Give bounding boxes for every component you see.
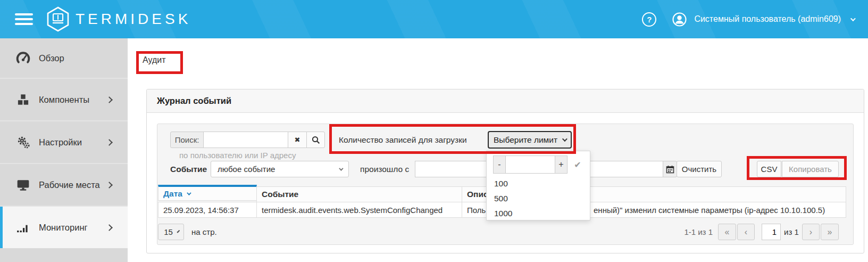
termidesk-logo-icon — [46, 6, 70, 32]
search-icon — [312, 136, 320, 144]
limit-value-input[interactable] — [506, 155, 555, 174]
panel-title: Журнал событий — [147, 89, 864, 113]
search-button[interactable] — [306, 132, 325, 148]
per-page-select[interactable]: 15 — [158, 224, 184, 240]
sidebar-item-workplaces[interactable]: Рабочие места — [0, 164, 128, 207]
sidebar-item-monitoring[interactable]: Мониторинг — [0, 207, 128, 248]
event-filter-label: Событие — [170, 161, 207, 177]
sidebar-item-label: Рабочие места — [39, 180, 100, 190]
records-limit-label: Количество записей для загрузки — [339, 132, 467, 148]
chevron-down-icon — [562, 136, 567, 142]
sidebar-item-label: Настройки — [39, 137, 82, 148]
per-page-suffix: на стр. — [191, 224, 217, 240]
sidebar-item-label: Мониторинг — [39, 223, 88, 233]
sidebar-item-overview[interactable]: Обзор — [0, 38, 128, 79]
sidebar-item-settings[interactable]: Настройки — [0, 121, 128, 164]
apply-check-icon[interactable]: ✔ — [570, 155, 586, 174]
column-header-date[interactable]: Дата — [158, 185, 257, 201]
limit-select-label: Выберите лимит — [494, 135, 557, 145]
table-row-date: 25.09.2023, 14:56:37 — [158, 202, 257, 218]
table-row-event: termidesk.audit.events.web.SystemConfigC… — [256, 202, 462, 218]
page-total-label: из 1 — [784, 224, 799, 240]
prev-page-button[interactable]: ‹ — [737, 224, 755, 240]
limit-option-1000[interactable]: 1000 — [487, 206, 590, 221]
column-header-event: Событие — [256, 186, 462, 202]
clear-x-icon: ✖ — [295, 136, 301, 144]
limit-option-500[interactable]: 500 — [487, 191, 590, 206]
calendar-icon — [666, 165, 674, 174]
next-page-button[interactable]: › — [802, 224, 820, 240]
chevron-right-icon — [106, 96, 113, 103]
per-page-value: 15 — [164, 227, 173, 236]
chevron-right-icon — [106, 139, 113, 146]
calendar-button[interactable] — [663, 161, 677, 177]
chevron-right-icon — [106, 182, 113, 189]
first-page-button[interactable]: « — [718, 224, 736, 240]
user-avatar-icon — [672, 12, 687, 27]
page-number-input[interactable] — [762, 224, 781, 240]
brand-name: TERMIDESK — [76, 0, 191, 38]
chevron-down-icon — [177, 230, 180, 233]
pagination-range: 1-1 из 1 — [667, 224, 713, 240]
last-page-button[interactable]: » — [821, 224, 839, 240]
description-fragment-start: Поль — [467, 206, 486, 215]
search-input[interactable] — [203, 132, 288, 148]
limit-dropdown: - + ✔ 100 500 1000 — [486, 151, 590, 220]
increment-button[interactable]: + — [555, 155, 567, 174]
limit-select-button[interactable]: Выберите лимит — [488, 131, 572, 149]
sidebar-item-label: Компоненты — [39, 95, 89, 105]
help-glyph: ? — [647, 15, 652, 24]
description-fragment-end: енный)" изменил системные параметры (ip-… — [594, 206, 825, 215]
user-menu-chevron-icon — [850, 16, 856, 21]
gears-icon — [16, 135, 30, 149]
gauge-icon — [16, 51, 30, 65]
decrement-button[interactable]: - — [493, 155, 506, 174]
clear-search-button[interactable]: ✖ — [288, 132, 307, 148]
bars-icon — [16, 220, 30, 234]
sidebar-item-label: Обзор — [39, 53, 64, 63]
help-icon[interactable]: ? — [642, 12, 656, 27]
event-type-select[interactable]: любое событие — [211, 161, 349, 177]
csv-export-button[interactable]: CSV — [757, 161, 781, 177]
sidebar-item-components[interactable]: Компоненты — [0, 79, 128, 121]
hamburger-menu-icon[interactable] — [15, 13, 33, 25]
column-header-date-label: Дата — [163, 189, 182, 199]
clear-filters-button[interactable]: Очистить — [677, 161, 722, 177]
occurred-from-label: произошло с — [360, 161, 409, 177]
monitor-icon — [16, 178, 30, 192]
topbar-right: ? Системный пользователь (admin609) — [642, 0, 854, 38]
limit-options: 100 500 1000 — [487, 176, 590, 221]
sort-chevron-icon — [187, 191, 191, 195]
sidebar: Обзор Компоненты Настройки Рабочие места — [0, 38, 128, 262]
search-label: Поиск: — [170, 132, 204, 148]
chevron-down-icon — [339, 166, 343, 170]
chevron-right-icon — [106, 224, 113, 231]
copy-button[interactable]: Копировать — [782, 161, 839, 177]
cubes-icon — [16, 93, 30, 107]
search-hint: по пользователю или IP адресу — [179, 151, 296, 160]
limit-spinner: - + ✔ — [493, 155, 586, 174]
event-type-value: любое событие — [218, 165, 275, 174]
limit-option-100[interactable]: 100 — [487, 176, 590, 191]
tab-audit[interactable]: Аудит — [143, 55, 166, 65]
user-menu[interactable]: Системный пользователь (admin609) — [694, 14, 841, 24]
topbar: TERMIDESK ? Системный пользователь (admi… — [0, 0, 868, 38]
